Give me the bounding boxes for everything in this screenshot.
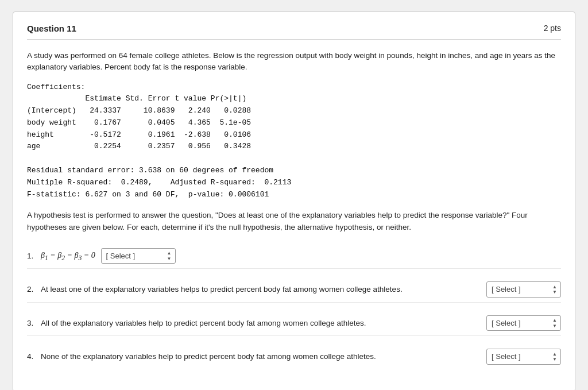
question-header: Question 11 2 pts: [27, 24, 561, 40]
hypothesis-number-2: 2.: [27, 284, 38, 295]
question-points: 2 pts: [544, 24, 561, 33]
hypothesis-formula-1: β1 = β2 = β3 = 0: [41, 249, 95, 263]
spinner-up-1: ▲: [167, 250, 172, 256]
hypothesis-number-1: 1.: [27, 250, 38, 262]
intro-text: A study was performed on 64 female colle…: [27, 50, 561, 74]
hypothesis-2-select-label: [ Select ]: [492, 284, 547, 295]
hypothesis-2-spinner: ▲ ▼: [552, 284, 557, 295]
question-title: Question 11: [27, 24, 76, 33]
code-block: Coefficients: Estimate Std. Error t valu…: [27, 82, 561, 201]
spinner-up-2: ▲: [552, 284, 557, 290]
hypothesis-3-select[interactable]: [ Select ] ▲ ▼: [486, 315, 561, 331]
hypothesis-number-3: 3.: [27, 318, 38, 329]
spinner-down-1: ▼: [167, 256, 172, 262]
hypothesis-item-1: 1. β1 = β2 = β3 = 0 [ Select ] ▲ ▼: [27, 244, 561, 269]
hypothesis-sentence-3: All of the explanatory variables help to…: [41, 318, 481, 329]
hypothesis-4-spinner: ▲ ▼: [552, 352, 557, 362]
hypothesis-1-select[interactable]: [ Select ] ▲ ▼: [101, 248, 176, 264]
spinner-down-4: ▼: [552, 357, 557, 362]
hypothesis-3-select-label: [ Select ]: [492, 318, 547, 329]
spinner-up-3: ▲: [552, 318, 557, 323]
spinner-up-4: ▲: [552, 352, 557, 357]
hypothesis-sentence-4: None of the explanatory variables help t…: [41, 351, 481, 362]
hypothesis-item-3: 3. All of the explanatory variables help…: [27, 311, 561, 337]
question-card: Question 11 2 pts A study was performed …: [13, 11, 575, 390]
hypothesis-sentence-2: At least one of the explanatory variable…: [41, 284, 481, 295]
hypothesis-1-select-label: [ Select ]: [106, 250, 161, 262]
hypothesis-number-4: 4.: [27, 351, 38, 362]
hypothesis-item-2: 2. At least one of the explanatory varia…: [27, 277, 561, 303]
spinner-down-3: ▼: [552, 323, 557, 329]
hypothesis-4-select[interactable]: [ Select ] ▲ ▼: [486, 349, 561, 365]
hypothesis-3-spinner: ▲ ▼: [552, 318, 557, 329]
spinner-down-2: ▼: [552, 289, 557, 295]
hypothesis-1-spinner: ▲ ▼: [167, 250, 172, 261]
hypothesis-intro: A hypothesis test is performed to answer…: [27, 210, 561, 233]
hypothesis-2-select[interactable]: [ Select ] ▲ ▼: [486, 281, 561, 298]
hypothesis-4-select-label: [ Select ]: [492, 351, 547, 362]
hypothesis-item-4: 4. None of the explanatory variables hel…: [27, 344, 561, 369]
